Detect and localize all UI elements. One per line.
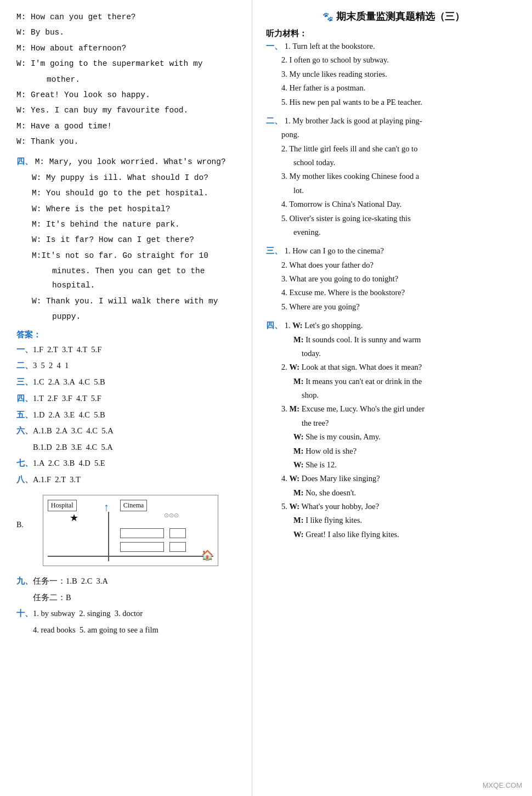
watermark: MXQE.COM [483,781,522,789]
section1-item4: 4. Her father is a postman. [266,81,521,95]
dialogue-line: W: My puppy is ill. What should I do? [16,171,241,185]
section2-item2b: school today. [266,156,521,170]
dialogue-line: M: Have a good time! [16,119,241,133]
section4-d4-w: 4. W: Does Mary like singing? [266,472,521,485]
section3-header: 三、 1. How can I go to the cinema? [266,244,521,258]
section4-d5-w: 5. W: What's your hobby, Joe? [266,500,521,513]
dialogue-line: W: Thank you. [16,134,241,149]
dialogue-line: M:It's not so far. Go straight for 10 [16,249,241,263]
section4-dialogue: 四、 M: Mary, you look worried. What's wro… [16,154,241,324]
page-container: M: How can you get there? W: By bus. M: … [0,0,532,796]
section4-d1-m: M: It sounds cool. It is sunny and warm [266,333,521,347]
section10-row1: 十、1. by subway 2. singing 3. doctor [16,606,241,622]
dialogue-line: M: Great! You look so happy. [16,88,241,102]
dialogue-line: W: I'm going to the supermarket with my [16,57,241,71]
map-diagram: Hospital Cinema ★ ↑ ⊙⊙⊙ [43,495,218,566]
dialogue-line: W: Where is the pet hospital? [16,202,241,216]
dialogue-line: mother. [16,72,241,87]
right-column: 🐾 期末质量监测真题精选（三） 听力材料： 一、 1. Turn left at… [252,0,532,796]
answer-row-1: 一、1.F 2.T 3.T 4.T 5.F [16,342,241,358]
map-wrapper: B. Hospital Cinema ★ ↑ ⊙⊙⊙ [16,490,241,571]
section9-row: 九、任务一：1.B 2.C 3.A [16,574,241,589]
dialogue-line: M: How can you get there? [16,10,241,24]
title-text: 期末质量监测真题精选（三） [336,11,465,22]
section3-item5: 5. Where are you going? [266,300,521,314]
section4-d2-w: 2. W: Look at that sign. What does it me… [266,360,521,374]
section4-d3-m: 3. M: Excuse me, Lucy. Who's the girl un… [266,402,521,416]
right-section-2: 二、 1. My brother Jack is good at playing… [266,114,521,239]
section3-item2: 2. What does your father do? [266,258,521,272]
section2-item4: 4. Tomorrow is China's National Day. [266,197,521,211]
answer-row-5: 五、1.D 2.A 3.E 4.C 5.B [16,408,241,423]
section1-item2: 2. I often go to school by subway. [266,53,521,67]
dialogue-line: puppy. [16,309,241,324]
cinema-decoration: ⊙⊙⊙ [164,512,179,519]
map-block-4 [169,542,186,552]
map-block-1 [120,528,164,538]
hospital-label: Hospital [48,500,77,511]
section4-d3-w2: W: She is 12. [266,458,521,472]
right-section-4: 四、 1. W: Let's go shopping. M: It sounds… [266,318,521,541]
section4-d1-mb: today. [266,347,521,360]
dialogue-block: M: How can you get there? W: By bus. M: … [16,10,241,149]
arrow-up-icon: ↑ [104,501,109,513]
section4-d3-m2: M: How old is she? [266,444,521,458]
answers-section: 答案： 一、1.F 2.T 3.T 4.T 5.F 二、3 5 2 4 1 三、… [16,330,241,637]
section4-d5-w2: W: Great! I also like flying kites. [266,528,521,541]
dialogue-line: minutes. Then you can get to the hospita… [16,264,241,293]
section2-item5b: evening. [266,225,521,239]
answers-title: 答案： [16,330,241,340]
home-icon: 🏠 [201,549,213,561]
answer-row-2: 二、3 5 2 4 1 [16,358,241,374]
section1-header: 一、 1. Turn left at the bookstore. [266,39,521,53]
section4-d2-m: M: It means you can't eat or drink in th… [266,375,521,388]
road-horizontal [48,556,213,557]
star-icon: ★ [70,512,78,524]
paw-icon: 🐾 [322,12,333,21]
section4-d2-mb: shop. [266,388,521,402]
section4-label: 四、 M: Mary, you look worried. What's wro… [16,154,241,169]
right-section-1: 一、 1. Turn left at the bookstore. 2. I o… [266,39,521,109]
map-b-label: B. [16,490,26,529]
section1-item5: 5. His new pen pal wants to be a PE teac… [266,95,521,109]
listening-label: 听力材料： [266,29,521,39]
right-section-3: 三、 1. How can I go to the cinema? 2. Wha… [266,244,521,314]
cinema-label: Cinema [120,500,147,511]
section4-d3-w1: W: She is my cousin, Amy. [266,430,521,444]
answer-rows: 一、1.F 2.T 3.T 4.T 5.F 二、3 5 2 4 1 三、1.C … [16,342,241,488]
road-vertical [108,512,109,561]
section2-header: 二、 1. My brother Jack is good at playing… [266,114,521,128]
map-block-2 [169,528,186,538]
section10-row2: 4. read books 5. am going to see a film [16,623,241,637]
dialogue-line: M: You should go to the pet hospital. [16,186,241,200]
section3-item4: 4. Excuse me. Where is the bookstore? [266,286,521,300]
section2-item3b: lot. [266,184,521,197]
dialogue-line: M: How about afternoon? [16,41,241,55]
section4-d4-m: M: No, she doesn't. [266,486,521,500]
section9-task2: 任务二：B [16,590,241,605]
answer-row-3: 三、1.C 2.A 3.A 4.C 5.B [16,375,241,390]
dialogue-line: W: By bus. [16,25,241,39]
answer-row-6b: B.1.D 2.B 3.E 4.C 5.A [16,440,241,455]
section4-right-header: 四、 1. W: Let's go shopping. [266,318,521,332]
answer-row-7: 七、1.A 2.C 3.B 4.D 5.E [16,456,241,471]
section2-item1b: pong. [266,128,521,142]
map-block-3 [120,542,164,552]
dialogue-line: M: It's behind the nature park. [16,217,241,232]
section4-d3-mb: the tree? [266,416,521,430]
section1-item3: 3. My uncle likes reading stories. [266,67,521,81]
dialogue-line: W: Is it far? How can I get there? [16,233,241,247]
left-column: M: How can you get there? W: By bus. M: … [0,0,252,796]
section3-item3: 3. What are you going to do tonight? [266,272,521,286]
section2-item2: 2. The little girl feels ill and she can… [266,142,521,156]
answer-row-8: 八、A.1.F 2.T 3.T [16,472,241,488]
dialogue-line: W: Thank you. I will walk there with my [16,294,241,308]
answer-row-6a: 六、A.1.B 2.A 3.C 4.C 5.A [16,424,241,439]
page-title: 🐾 期末质量监测真题精选（三） [266,10,521,23]
answer-row-4: 四、1.T 2.F 3.F 4.T 5.F [16,391,241,407]
section2-item5: 5. Oliver's sister is going ice-skating … [266,212,521,225]
section4-d5-m: M: I like flying kites. [266,513,521,527]
dialogue-line: W: Yes. I can buy my favourite food. [16,103,241,117]
section2-item3: 3. My mother likes cooking Chinese food … [266,170,521,183]
section9-answers: 九、任务一：1.B 2.C 3.A 任务二：B 十、1. by subway 2… [16,574,241,637]
